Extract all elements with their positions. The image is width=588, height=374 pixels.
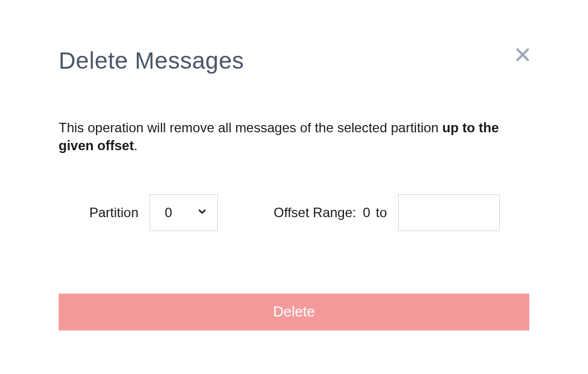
close-button[interactable] [511,45,534,67]
modal-title: Delete Messages [59,47,244,74]
offset-end-input[interactable] [398,194,500,231]
delete-messages-modal: Delete Messages This operation will remo… [59,47,529,330]
description-suffix: . [134,138,138,153]
partition-field-group: Partition 0 [89,194,218,231]
form-row: Partition 0 Offset Range: 0 to [59,194,529,231]
partition-label: Partition [89,205,138,220]
close-icon [514,46,532,66]
modal-header: Delete Messages [59,47,529,74]
partition-select-wrapper: 0 [150,194,218,231]
modal-description: This operation will remove all messages … [59,119,529,155]
offset-field-group: Offset Range: 0 to [274,194,500,231]
partition-select[interactable]: 0 [150,194,218,231]
delete-button[interactable]: Delete [59,294,529,330]
description-prefix: This operation will remove all messages … [59,120,442,135]
offset-to-label: to [376,205,387,220]
offset-range-label: Offset Range: [274,205,356,220]
offset-start-value: 0 [363,205,370,220]
